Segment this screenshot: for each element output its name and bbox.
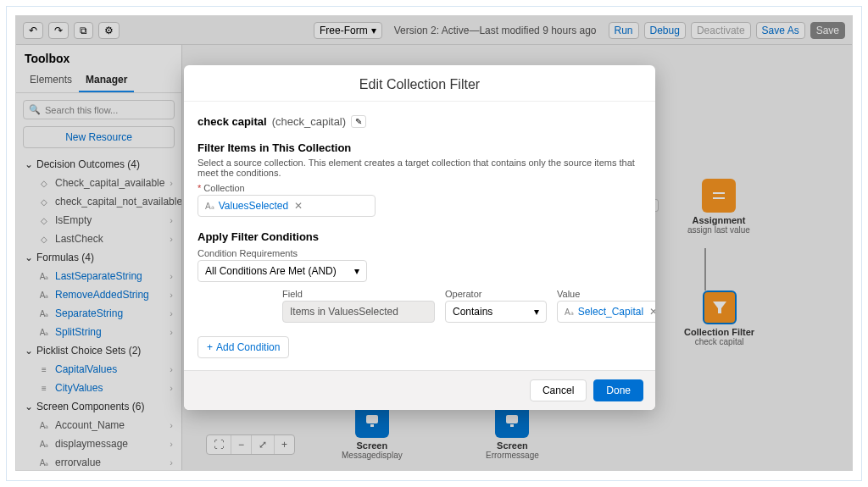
node-subtitle: Messagedisplay (342, 451, 403, 460)
tree-item-label: check_capital_not_available (55, 196, 181, 208)
clear-collection-button[interactable]: ✕ (294, 200, 303, 212)
edit-name-button[interactable]: ✎ (351, 115, 366, 128)
tree-item[interactable]: AₐAccount_Name› (19, 416, 178, 434)
node-screen-1[interactable]: Screen Messagedisplay (342, 404, 403, 460)
field-input[interactable]: Items in ValuesSelected (282, 301, 435, 323)
clear-value-button[interactable]: ✕ (649, 306, 655, 318)
chevron-right-icon: › (170, 327, 173, 337)
zoom-in-button[interactable]: + (275, 435, 294, 454)
search-icon: 🔍 (29, 104, 41, 115)
flow-toolbar: ↶ ↷ ⧉ ⚙ Free-Form ▾ Version 2: Active—La… (16, 16, 852, 45)
toolbox-tabs: Elements Manager (16, 69, 181, 93)
operator-select[interactable]: Contains ▾ (445, 301, 547, 323)
tree-group[interactable]: ⌄ Decision Outcomes (4) (19, 155, 178, 174)
resource-type-icon: Aₐ (38, 438, 50, 450)
tree-item[interactable]: AₐSplitString› (19, 323, 178, 341)
layout-mode-select[interactable]: Free-Form ▾ (314, 22, 382, 39)
tree-item[interactable]: ≡CityValues› (19, 379, 178, 397)
collection-input[interactable]: Aₐ ValuesSelected ✕ (198, 195, 376, 217)
tree-item[interactable]: Aₐdisplaymessage› (19, 434, 178, 453)
done-button[interactable]: Done (593, 379, 643, 401)
chevron-right-icon: › (170, 420, 173, 430)
add-condition-button[interactable]: + Add Condition (198, 336, 289, 358)
tree-item[interactable]: AₐSeparateString› (19, 304, 178, 323)
node-title: Screen (486, 440, 539, 451)
condition-req-label: Condition Requirements (198, 248, 642, 258)
tree-item-label: displaymessage (55, 438, 128, 450)
section-help-text: Select a source collection. This element… (198, 158, 642, 178)
svg-rect-3 (370, 424, 374, 427)
operator-label: Operator (445, 289, 547, 299)
tree-item-label: LastCheck (55, 233, 103, 245)
tree-item[interactable]: ◇Check_capital_available› (19, 174, 178, 192)
chevron-right-icon: › (170, 178, 173, 188)
resource-type-icon: ◇ (38, 196, 50, 208)
node-title: Assignment (687, 215, 750, 225)
redo-button[interactable]: ↷ (48, 22, 69, 39)
chevron-right-icon: › (170, 290, 173, 300)
tree-item[interactable]: ◇LastCheck› (19, 230, 178, 248)
add-condition-label: Add Condition (216, 341, 280, 353)
element-api-name: (check_capital) (272, 115, 346, 128)
tree-item[interactable]: AₐLastSeparateString› (19, 267, 178, 285)
tab-manager[interactable]: Manager (79, 69, 134, 92)
search-input[interactable]: 🔍 Search this flow... (23, 100, 175, 119)
resource-type-icon: Aₐ (38, 326, 50, 338)
value-input[interactable]: Aₐ Select_Capital ✕ (557, 301, 655, 323)
resource-type-icon: ◇ (38, 214, 50, 226)
tree-group[interactable]: ⌄ Screen Components (6) (19, 397, 178, 416)
tree-group[interactable]: ⌄ Picklist Choice Sets (2) (19, 341, 178, 360)
collection-label: Collection (198, 183, 642, 193)
node-assignment[interactable]: Assignment assign last value (687, 179, 750, 235)
field-label: Field (282, 289, 435, 299)
tree-item[interactable]: AₐRemoveAddedString› (19, 285, 178, 304)
run-button[interactable]: Run (609, 22, 639, 39)
condition-req-select[interactable]: All Conditions Are Met (AND) ▾ (198, 260, 367, 282)
resource-type-icon: ≡ (38, 363, 50, 375)
tab-elements[interactable]: Elements (23, 69, 79, 92)
save-as-button[interactable]: Save As (756, 22, 805, 39)
chevron-down-icon: ⌄ (25, 345, 33, 357)
cancel-button[interactable]: Cancel (530, 379, 587, 401)
group-label: Formulas (4) (36, 252, 94, 263)
modal-footer: Cancel Done (184, 370, 655, 410)
node-subtitle: assign last value (687, 225, 750, 235)
tree-item[interactable]: ◇IsEmpty› (19, 211, 178, 230)
condition-row: Field Items in ValuesSelected Operator C… (198, 289, 642, 323)
node-collection-filter[interactable]: Collection Filter check capital (684, 291, 754, 346)
save-button[interactable]: Save (810, 22, 845, 39)
svg-rect-1 (713, 197, 725, 199)
node-subtitle: check capital (684, 337, 754, 346)
undo-button[interactable]: ↶ (23, 22, 43, 39)
chevron-down-icon: ▾ (371, 25, 376, 36)
debug-button[interactable]: Debug (644, 22, 686, 39)
settings-button[interactable]: ⚙ (98, 22, 120, 39)
resource-type-icon: ◇ (38, 177, 50, 189)
node-title: Collection Filter (684, 327, 754, 337)
resource-type-icon: Aₐ (38, 289, 50, 301)
tree-item-label: CityValues (55, 382, 103, 394)
chevron-right-icon: › (170, 364, 173, 374)
tree-item-label: Check_capital_available (55, 177, 164, 189)
deactivate-button[interactable]: Deactivate (691, 22, 751, 39)
tree-item[interactable]: ≡CapitalValues› (19, 360, 178, 379)
zoom-out-button[interactable]: − (231, 435, 252, 454)
condition-req-value: All Conditions Are Met (AND) (205, 265, 337, 277)
svg-rect-0 (713, 192, 725, 194)
group-label: Picklist Choice Sets (2) (36, 345, 141, 357)
node-screen-2[interactable]: Screen Errormessage (486, 404, 539, 460)
modal-title: Edit Collection Filter (184, 65, 655, 102)
zoom-reset-button[interactable]: ⤢ (252, 435, 275, 454)
copy-button[interactable]: ⧉ (74, 22, 93, 39)
resource-type-icon: Aₐ (38, 457, 50, 468)
tree-item-label: LastSeparateString (55, 270, 142, 282)
new-resource-button[interactable]: New Resource (23, 126, 175, 148)
assignment-icon (702, 179, 736, 213)
element-name-row: check capital (check_capital) ✎ (198, 110, 642, 133)
tree-group[interactable]: ⌄ Formulas (4) (19, 248, 178, 267)
tree-item[interactable]: Aₐerrorvalue› (19, 453, 178, 470)
node-subtitle: Errormessage (486, 451, 539, 460)
tree-item[interactable]: ◇check_capital_not_available› (19, 192, 178, 211)
tree-item-label: Account_Name (55, 419, 125, 431)
fit-button[interactable]: ⛶ (207, 435, 231, 454)
